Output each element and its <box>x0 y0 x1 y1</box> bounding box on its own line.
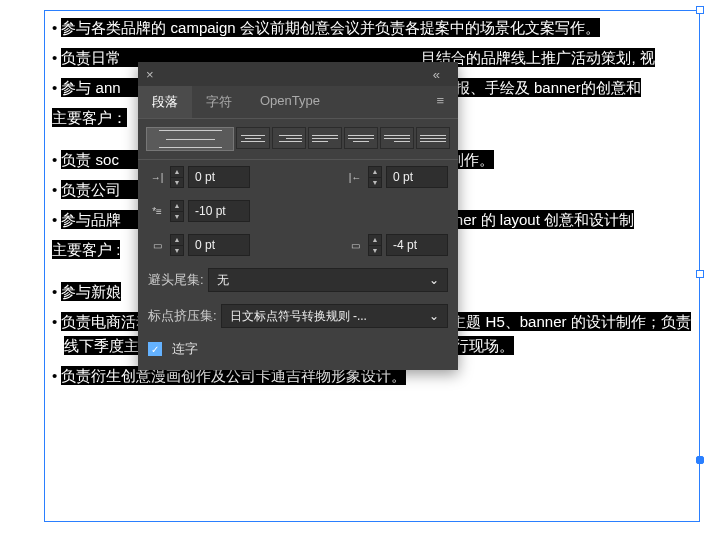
space-after-field[interactable] <box>386 234 448 256</box>
justify-left[interactable] <box>308 127 342 149</box>
chevron-down-icon: ⌄ <box>429 273 439 287</box>
kinsoku-label: 避头尾集: <box>148 271 204 289</box>
stepper[interactable]: ▲▼ <box>170 234 184 256</box>
close-icon[interactable]: × <box>146 67 154 82</box>
handle-tr[interactable] <box>696 6 704 14</box>
space-before-field[interactable] <box>188 234 250 256</box>
tab-paragraph[interactable]: 段落 <box>138 86 192 118</box>
space-after-icon: ▭ <box>346 240 364 251</box>
indent-right-icon: |← <box>346 172 364 183</box>
collapse-icon[interactable]: « <box>433 67 440 82</box>
ligatures-checkbox[interactable]: ✓ <box>148 342 162 356</box>
chevron-down-icon: ⌄ <box>429 309 439 323</box>
stepper[interactable]: ▲▼ <box>170 166 184 188</box>
mojikumi-select[interactable]: 日文标点符号转换规则 -...⌄ <box>221 304 448 328</box>
list-item: 参与各类品牌的 campaign 会议前期创意会议并负责各提案中的场景化文案写作… <box>52 16 694 40</box>
justify-all[interactable] <box>416 127 450 149</box>
first-line-icon: *≡ <box>148 206 166 217</box>
first-line-field[interactable] <box>188 200 250 222</box>
align-right[interactable] <box>272 127 306 149</box>
justify-center[interactable] <box>344 127 378 149</box>
tab-character[interactable]: 字符 <box>192 86 246 118</box>
outport[interactable] <box>696 456 704 464</box>
tab-opentype[interactable]: OpenType <box>246 86 334 118</box>
stepper[interactable]: ▲▼ <box>170 200 184 222</box>
paragraph-panel: × « 段落 字符 OpenType ≡ →| ▲▼ |← ▲▼ *≡ ▲▼ ▭… <box>138 62 458 370</box>
panel-menu-icon[interactable]: ≡ <box>422 86 458 118</box>
kinsoku-select[interactable]: 无⌄ <box>208 268 448 292</box>
stepper[interactable]: ▲▼ <box>368 234 382 256</box>
mojikumi-label: 标点挤压集: <box>148 307 217 325</box>
align-center[interactable] <box>236 127 270 149</box>
align-left[interactable] <box>146 127 234 151</box>
stepper[interactable]: ▲▼ <box>368 166 382 188</box>
indent-left-field[interactable] <box>188 166 250 188</box>
panel-tabs: 段落 字符 OpenType ≡ <box>138 86 458 119</box>
handle-r[interactable] <box>696 270 704 278</box>
space-before-icon: ▭ <box>148 240 166 251</box>
indent-left-icon: →| <box>148 172 166 183</box>
ligatures-label: 连字 <box>172 340 198 358</box>
indent-right-field[interactable] <box>386 166 448 188</box>
justify-right[interactable] <box>380 127 414 149</box>
